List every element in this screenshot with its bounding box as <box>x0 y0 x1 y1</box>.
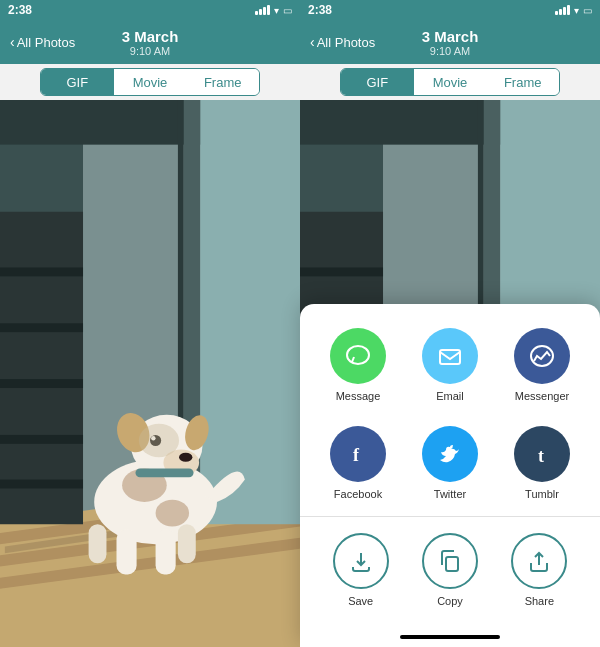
message-label: Message <box>336 390 381 402</box>
left-nav-bar: ‹ All Photos 3 March 9:10 AM <box>0 20 300 64</box>
wifi-icon: ▾ <box>274 5 279 16</box>
right-time: 2:38 <box>308 3 332 17</box>
twitter-label: Twitter <box>434 488 466 500</box>
right-panel: 2:38 ▾ ▭ ‹ All Photos 3 March 9:10 AM GI… <box>300 0 600 647</box>
svg-rect-29 <box>156 530 176 575</box>
svg-point-65 <box>347 346 369 364</box>
share-tumblr[interactable]: t Tumblr <box>500 418 584 508</box>
share-icon <box>511 533 567 589</box>
right-title-date: 3 March <box>422 28 479 45</box>
share-email[interactable]: Email <box>408 320 492 410</box>
share-copy[interactable]: Copy <box>405 525 494 615</box>
right-battery-icon: ▭ <box>583 5 592 16</box>
share-sheet: Message Email Messenger f F <box>300 304 600 647</box>
left-photo-area <box>0 100 300 647</box>
tumblr-label: Tumblr <box>525 488 559 500</box>
share-message[interactable]: Message <box>316 320 400 410</box>
right-nav-title: 3 March 9:10 AM <box>422 28 479 57</box>
home-indicator <box>400 635 500 639</box>
left-segment-bar: GIF Movie Frame <box>0 64 300 100</box>
tumblr-icon: t <box>514 426 570 482</box>
right-seg-movie[interactable]: Movie <box>414 69 487 95</box>
left-nav-title: 3 March 9:10 AM <box>122 28 179 57</box>
right-title-time: 9:10 AM <box>422 45 479 57</box>
left-status-bar: 2:38 ▾ ▭ <box>0 0 300 20</box>
right-back-button[interactable]: ‹ All Photos <box>310 34 375 50</box>
right-back-label: All Photos <box>317 35 376 50</box>
svg-rect-46 <box>300 267 383 276</box>
left-seg-movie[interactable]: Movie <box>114 69 187 95</box>
share-apps-grid: Message Email Messenger f F <box>300 320 600 508</box>
right-segment-bar: GIF Movie Frame <box>300 64 600 100</box>
svg-rect-32 <box>135 468 193 477</box>
left-panel: 2:38 ▾ ▭ ‹ All Photos 3 March 9:10 AM GI… <box>0 0 300 647</box>
share-divider <box>300 516 600 517</box>
share-facebook[interactable]: f Facebook <box>316 418 400 508</box>
share-share[interactable]: Share <box>495 525 584 615</box>
svg-marker-12 <box>0 212 83 525</box>
right-status-bar: 2:38 ▾ ▭ <box>300 0 600 20</box>
twitter-icon <box>422 426 478 482</box>
svg-rect-16 <box>0 435 83 444</box>
right-segment-control: GIF Movie Frame <box>340 68 560 96</box>
message-icon <box>330 328 386 384</box>
svg-point-27 <box>156 500 189 527</box>
share-messenger[interactable]: Messenger <box>500 320 584 410</box>
save-label: Save <box>348 595 373 607</box>
svg-rect-31 <box>178 524 196 563</box>
svg-rect-15 <box>0 379 83 388</box>
left-seg-frame[interactable]: Frame <box>186 69 259 95</box>
svg-rect-17 <box>0 480 83 489</box>
left-seg-gif[interactable]: GIF <box>41 69 114 95</box>
svg-rect-66 <box>440 350 460 364</box>
signal-icon <box>255 5 270 15</box>
svg-point-33 <box>139 424 179 457</box>
right-status-icons: ▾ ▭ <box>555 5 592 16</box>
svg-rect-70 <box>446 557 458 571</box>
right-nav-bar: ‹ All Photos 3 March 9:10 AM <box>300 20 600 64</box>
left-back-button[interactable]: ‹ All Photos <box>10 34 75 50</box>
share-save[interactable]: Save <box>316 525 405 615</box>
left-status-icons: ▾ ▭ <box>255 5 292 16</box>
left-back-label: All Photos <box>17 35 76 50</box>
left-title-date: 3 March <box>122 28 179 45</box>
left-time: 2:38 <box>8 3 32 17</box>
right-signal-icon <box>555 5 570 15</box>
messenger-label: Messenger <box>515 390 569 402</box>
right-wifi-icon: ▾ <box>574 5 579 16</box>
svg-point-21 <box>179 453 192 462</box>
svg-rect-10 <box>200 100 300 524</box>
share-twitter[interactable]: Twitter <box>408 418 492 508</box>
copy-label: Copy <box>437 595 463 607</box>
battery-icon: ▭ <box>283 5 292 16</box>
left-segment-control: GIF Movie Frame <box>40 68 260 96</box>
svg-rect-14 <box>0 323 83 332</box>
email-icon <box>422 328 478 384</box>
share-actions-grid: Save Copy <box>300 525 600 631</box>
left-chevron-icon: ‹ <box>10 34 15 50</box>
facebook-label: Facebook <box>334 488 382 500</box>
right-chevron-icon: ‹ <box>310 34 315 50</box>
left-photo-scene <box>0 100 300 647</box>
right-seg-gif[interactable]: GIF <box>341 69 414 95</box>
svg-text:t: t <box>538 446 544 466</box>
email-label: Email <box>436 390 464 402</box>
svg-rect-30 <box>89 524 107 563</box>
svg-rect-28 <box>117 530 137 575</box>
svg-text:f: f <box>353 445 360 465</box>
facebook-icon: f <box>330 426 386 482</box>
svg-rect-13 <box>0 267 83 276</box>
save-icon <box>333 533 389 589</box>
share-label: Share <box>525 595 554 607</box>
right-seg-frame[interactable]: Frame <box>486 69 559 95</box>
messenger-icon <box>514 328 570 384</box>
left-title-time: 9:10 AM <box>122 45 179 57</box>
copy-icon <box>422 533 478 589</box>
